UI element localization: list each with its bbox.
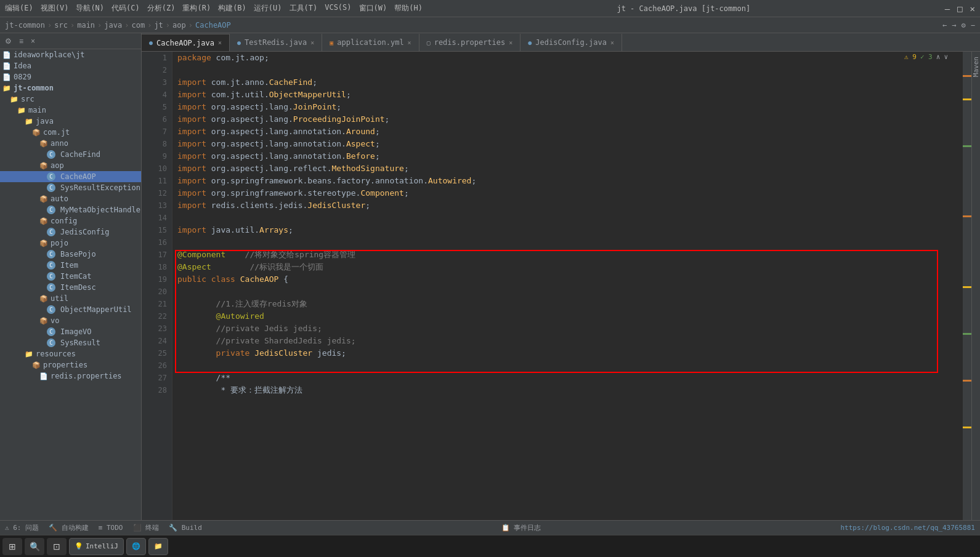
editor-tab[interactable]: ● TestRedis.java × [230, 34, 322, 51]
tree-item[interactable]: CImageVO [0, 326, 141, 337]
intellij-icon: 💡 [75, 542, 83, 550]
menu-build[interactable]: 构建(B) [218, 3, 246, 14]
line-number: 8 [142, 138, 167, 150]
tree-item[interactable]: CJedisConfig [0, 226, 141, 238]
menu-analyze[interactable]: 分析(Z) [147, 3, 176, 14]
nav-back-icon[interactable]: ← [942, 21, 947, 30]
tree-item[interactable]: 📦com.jt [0, 127, 141, 138]
tree-item[interactable]: 📦properties [0, 359, 141, 371]
line-number: 17 [142, 249, 167, 261]
nav-forward-icon[interactable]: → [952, 21, 956, 30]
tree-item[interactable]: CSysResultException [0, 182, 141, 193]
close-button[interactable]: ✕ [970, 4, 975, 14]
code-line: import com.jt.anno.CacheFind; [177, 76, 958, 89]
tab-close-button[interactable]: × [218, 39, 222, 46]
tree-item[interactable]: CMyMetaObjectHandler [0, 204, 141, 215]
tree-item[interactable]: 📁java [0, 116, 141, 127]
menu-refactor[interactable]: 重构(R) [182, 3, 211, 14]
tree-item[interactable]: 📦auto [0, 193, 141, 204]
code-area[interactable]: package com.jt.aop; import com.jt.anno.C… [172, 52, 963, 520]
menu-edit[interactable]: 编辑(E) [5, 3, 33, 14]
build-button[interactable]: 🔧 Build [169, 524, 202, 532]
breadcrumb-jt[interactable]: jt [154, 21, 163, 30]
menu-tools[interactable]: 工具(T) [290, 3, 318, 14]
code-line: * 要求：拦截注解方法 [177, 384, 958, 396]
sidebar-collapse-button[interactable]: ≡ [17, 36, 26, 47]
terminal-button[interactable]: ⬛ 终端 [133, 523, 160, 532]
event-log-button[interactable]: 📋 事件日志 [501, 523, 541, 532]
tree-item[interactable]: CCacheAOP [0, 171, 141, 182]
menu-help[interactable]: 帮助(H) [394, 3, 423, 14]
editor-tab[interactable]: ▣ application.yml × [322, 34, 419, 51]
maven-label[interactable]: Maven [972, 57, 980, 77]
collapse-icon[interactable]: − [971, 21, 975, 30]
sidebar-close-button[interactable]: × [28, 36, 38, 47]
tree-item[interactable]: 📦vo [0, 315, 141, 326]
tree-item[interactable]: 📄redis.properties [0, 371, 141, 382]
taskbar-app-intellij[interactable]: 💡 IntelliJ [69, 538, 124, 555]
maximize-button[interactable]: □ [957, 4, 962, 14]
auto-build-button[interactable]: 🔨 自动构建 [49, 523, 89, 532]
tree-item-label: JedisConfig [60, 228, 109, 236]
breadcrumb-src[interactable]: src [54, 21, 68, 30]
breadcrumb-com[interactable]: com [131, 21, 145, 30]
tree-item[interactable]: CObjectMapperUtil [0, 304, 141, 315]
tree-item[interactable]: 📦anno [0, 138, 141, 149]
breadcrumb-java[interactable]: java [104, 21, 122, 30]
tree-item[interactable]: CItemDesc [0, 282, 141, 293]
line-number: 2 [142, 64, 167, 76]
tree-item[interactable]: 📦util [0, 293, 141, 304]
editor-tab[interactable]: ● CacheAOP.java × [142, 34, 230, 51]
tree-item[interactable]: CItemCat [0, 271, 141, 282]
warning-count: ⚠ 9 [904, 53, 917, 61]
tree-item-label: main [28, 106, 46, 114]
tab-close-button[interactable]: × [509, 39, 512, 46]
tree-item[interactable]: CBasePojo [0, 249, 141, 260]
tree-item[interactable]: CSysResult [0, 337, 141, 348]
settings-icon[interactable]: ⚙ [962, 21, 966, 30]
menu-vcs[interactable]: VCS(S) [325, 3, 351, 14]
tree-item[interactable]: 📦pojo [0, 238, 141, 249]
editor-tab[interactable]: ● JedisConfig.java × [520, 34, 622, 51]
editor-tab[interactable]: ▢ redis.properties × [419, 34, 521, 51]
tree-item[interactable]: 📄Idea [0, 60, 141, 71]
breadcrumb-current[interactable]: CacheAOP [195, 21, 231, 30]
status-link[interactable]: https://blog.csdn.net/qq_43765881 [840, 524, 975, 532]
menu-run[interactable]: 运行(U) [254, 3, 282, 14]
menu-window[interactable]: 窗口(W) [359, 3, 387, 14]
tree-item[interactable]: CCacheFind [0, 149, 141, 160]
tree-item[interactable]: 📦config [0, 215, 141, 226]
todo-button[interactable]: ≡ TODO [99, 524, 123, 532]
collapse-icon[interactable]: ∨ [944, 53, 948, 61]
tab-close-button[interactable]: × [408, 39, 411, 46]
tree-item-label: auto [51, 194, 68, 203]
breadcrumb-main[interactable]: main [77, 21, 95, 30]
minimize-button[interactable]: — [945, 4, 950, 14]
tree-item[interactable]: 📁main [0, 105, 141, 116]
tree-item-label: util [51, 294, 68, 303]
sidebar-settings-button[interactable]: ⚙ [2, 36, 14, 47]
taskview-button[interactable]: ⊡ [47, 538, 67, 555]
tree-item[interactable]: 📄0829 [0, 71, 141, 82]
search-taskbar-button[interactable]: 🔍 [25, 538, 44, 555]
tab-close-button[interactable]: × [610, 39, 614, 46]
taskbar-app-extra[interactable]: 📁 [148, 538, 168, 555]
tab-close-button[interactable]: × [310, 39, 314, 46]
tree-item[interactable]: 📄ideaworkplace\jt [0, 49, 141, 60]
tree-item[interactable]: 📁jt-common [0, 82, 141, 94]
expand-icon[interactable]: ∧ [936, 53, 941, 61]
taskbar-app-browser[interactable]: 🌐 [126, 538, 146, 555]
breadcrumb-project[interactable]: jt-common [5, 21, 45, 30]
menu-code[interactable]: 代码(C) [111, 3, 140, 14]
tree-item[interactable]: 📁resources [0, 348, 141, 359]
menu-view[interactable]: 视图(V) [41, 3, 69, 14]
tree-item[interactable]: CItem [0, 260, 141, 271]
breadcrumb-aop[interactable]: aop [172, 21, 186, 30]
tree-item[interactable]: 📦aop [0, 160, 141, 171]
problems-button[interactable]: ⚠ 6: 问题 [5, 523, 39, 532]
tree-item[interactable]: 📁src [0, 94, 141, 105]
start-button[interactable]: ⊞ [2, 538, 22, 555]
menu-nav[interactable]: 导航(N) [76, 3, 104, 14]
tree-item-label: CacheFind [60, 150, 100, 159]
line-number: 22 [142, 310, 167, 323]
